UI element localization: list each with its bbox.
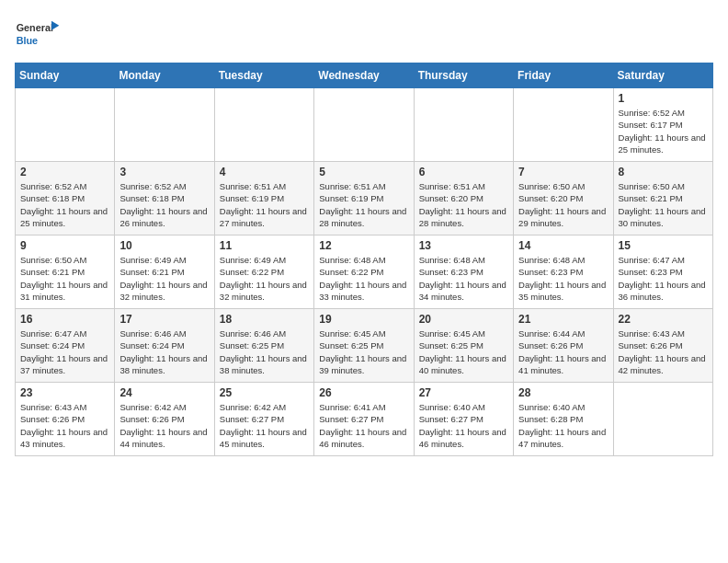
day-cell: 16Sunrise: 6:47 AM Sunset: 6:24 PM Dayli… bbox=[16, 309, 115, 383]
day-number: 20 bbox=[419, 313, 508, 326]
day-number: 27 bbox=[419, 386, 508, 399]
day-info: Sunrise: 6:52 AM Sunset: 6:17 PM Dayligh… bbox=[619, 107, 708, 155]
day-info: Sunrise: 6:48 AM Sunset: 6:22 PM Dayligh… bbox=[319, 254, 408, 303]
day-info: Sunrise: 6:50 AM Sunset: 6:21 PM Dayligh… bbox=[20, 254, 109, 303]
day-number: 19 bbox=[319, 313, 408, 326]
day-info: Sunrise: 6:50 AM Sunset: 6:20 PM Dayligh… bbox=[518, 180, 608, 229]
day-number: 5 bbox=[319, 166, 408, 178]
day-cell: 19Sunrise: 6:45 AM Sunset: 6:25 PM Dayli… bbox=[314, 309, 414, 383]
day-cell bbox=[214, 88, 313, 162]
day-cell: 22Sunrise: 6:43 AM Sunset: 6:26 PM Dayli… bbox=[613, 309, 712, 383]
day-number: 6 bbox=[419, 166, 508, 178]
svg-text:Blue: Blue bbox=[17, 35, 38, 46]
day-info: Sunrise: 6:49 AM Sunset: 6:21 PM Dayligh… bbox=[119, 254, 209, 303]
day-number: 12 bbox=[319, 239, 408, 252]
day-number: 28 bbox=[518, 386, 608, 399]
day-number: 17 bbox=[119, 313, 209, 326]
day-cell: 21Sunrise: 6:44 AM Sunset: 6:26 PM Dayli… bbox=[514, 309, 613, 383]
day-number: 24 bbox=[119, 386, 209, 399]
day-cell: 14Sunrise: 6:48 AM Sunset: 6:23 PM Dayli… bbox=[514, 236, 613, 309]
day-number: 9 bbox=[20, 239, 109, 252]
day-cell: 17Sunrise: 6:46 AM Sunset: 6:24 PM Dayli… bbox=[115, 309, 214, 383]
day-number: 10 bbox=[119, 239, 209, 252]
day-cell: 4Sunrise: 6:51 AM Sunset: 6:19 PM Daylig… bbox=[214, 162, 313, 236]
day-number: 7 bbox=[518, 166, 608, 178]
day-cell: 26Sunrise: 6:41 AM Sunset: 6:27 PM Dayli… bbox=[314, 383, 414, 456]
day-cell: 28Sunrise: 6:40 AM Sunset: 6:28 PM Dayli… bbox=[514, 383, 613, 456]
day-info: Sunrise: 6:41 AM Sunset: 6:27 PM Dayligh… bbox=[319, 401, 408, 450]
weekday-header-saturday: Saturday bbox=[613, 63, 712, 88]
day-number: 25 bbox=[220, 386, 309, 399]
week-row-3: 9Sunrise: 6:50 AM Sunset: 6:21 PM Daylig… bbox=[16, 236, 713, 309]
day-cell: 11Sunrise: 6:49 AM Sunset: 6:22 PM Dayli… bbox=[214, 236, 313, 309]
day-number: 15 bbox=[619, 239, 708, 252]
day-number: 14 bbox=[518, 239, 608, 252]
day-info: Sunrise: 6:46 AM Sunset: 6:24 PM Dayligh… bbox=[119, 327, 209, 376]
week-row-4: 16Sunrise: 6:47 AM Sunset: 6:24 PM Dayli… bbox=[16, 309, 713, 383]
day-cell: 6Sunrise: 6:51 AM Sunset: 6:20 PM Daylig… bbox=[414, 162, 513, 236]
day-info: Sunrise: 6:51 AM Sunset: 6:19 PM Dayligh… bbox=[319, 180, 408, 229]
day-number: 21 bbox=[518, 313, 608, 326]
day-info: Sunrise: 6:51 AM Sunset: 6:20 PM Dayligh… bbox=[419, 180, 508, 229]
week-row-1: 1Sunrise: 6:52 AM Sunset: 6:17 PM Daylig… bbox=[16, 88, 713, 162]
day-info: Sunrise: 6:42 AM Sunset: 6:27 PM Dayligh… bbox=[220, 401, 309, 450]
day-number: 16 bbox=[20, 313, 109, 326]
day-cell: 7Sunrise: 6:50 AM Sunset: 6:20 PM Daylig… bbox=[514, 162, 613, 236]
logo-svg: General Blue bbox=[15, 15, 61, 52]
day-cell bbox=[16, 88, 115, 162]
day-info: Sunrise: 6:52 AM Sunset: 6:18 PM Dayligh… bbox=[119, 180, 209, 229]
day-cell bbox=[314, 88, 414, 162]
day-number: 11 bbox=[220, 239, 309, 252]
day-info: Sunrise: 6:42 AM Sunset: 6:26 PM Dayligh… bbox=[119, 401, 209, 450]
day-cell: 13Sunrise: 6:48 AM Sunset: 6:23 PM Dayli… bbox=[414, 236, 513, 309]
day-info: Sunrise: 6:47 AM Sunset: 6:24 PM Dayligh… bbox=[20, 327, 109, 376]
weekday-header-tuesday: Tuesday bbox=[214, 63, 313, 88]
day-cell: 20Sunrise: 6:45 AM Sunset: 6:25 PM Dayli… bbox=[414, 309, 513, 383]
day-cell: 5Sunrise: 6:51 AM Sunset: 6:19 PM Daylig… bbox=[314, 162, 414, 236]
day-cell: 24Sunrise: 6:42 AM Sunset: 6:26 PM Dayli… bbox=[115, 383, 214, 456]
day-number: 3 bbox=[119, 166, 209, 178]
logo: General Blue bbox=[15, 15, 61, 52]
day-cell bbox=[414, 88, 513, 162]
day-info: Sunrise: 6:45 AM Sunset: 6:25 PM Dayligh… bbox=[319, 327, 408, 376]
day-info: Sunrise: 6:44 AM Sunset: 6:26 PM Dayligh… bbox=[518, 327, 608, 376]
day-info: Sunrise: 6:46 AM Sunset: 6:25 PM Dayligh… bbox=[220, 327, 309, 376]
weekday-header-row: SundayMondayTuesdayWednesdayThursdayFrid… bbox=[16, 63, 713, 88]
day-cell: 12Sunrise: 6:48 AM Sunset: 6:22 PM Dayli… bbox=[314, 236, 414, 309]
day-cell: 1Sunrise: 6:52 AM Sunset: 6:17 PM Daylig… bbox=[613, 88, 712, 162]
day-info: Sunrise: 6:43 AM Sunset: 6:26 PM Dayligh… bbox=[619, 327, 708, 376]
day-number: 2 bbox=[20, 166, 109, 178]
calendar-table: SundayMondayTuesdayWednesdayThursdayFrid… bbox=[15, 63, 713, 456]
day-cell bbox=[115, 88, 214, 162]
day-number: 1 bbox=[619, 92, 708, 105]
day-info: Sunrise: 6:47 AM Sunset: 6:23 PM Dayligh… bbox=[619, 254, 708, 303]
weekday-header-sunday: Sunday bbox=[16, 63, 115, 88]
weekday-header-wednesday: Wednesday bbox=[314, 63, 414, 88]
day-cell: 18Sunrise: 6:46 AM Sunset: 6:25 PM Dayli… bbox=[214, 309, 313, 383]
weekday-header-friday: Friday bbox=[514, 63, 613, 88]
day-number: 22 bbox=[619, 313, 708, 326]
day-info: Sunrise: 6:48 AM Sunset: 6:23 PM Dayligh… bbox=[419, 254, 508, 303]
day-number: 13 bbox=[419, 239, 508, 252]
day-info: Sunrise: 6:45 AM Sunset: 6:25 PM Dayligh… bbox=[419, 327, 508, 376]
day-info: Sunrise: 6:50 AM Sunset: 6:21 PM Dayligh… bbox=[619, 180, 708, 229]
day-cell: 2Sunrise: 6:52 AM Sunset: 6:18 PM Daylig… bbox=[16, 162, 115, 236]
day-cell: 25Sunrise: 6:42 AM Sunset: 6:27 PM Dayli… bbox=[214, 383, 313, 456]
day-info: Sunrise: 6:49 AM Sunset: 6:22 PM Dayligh… bbox=[220, 254, 309, 303]
day-cell: 27Sunrise: 6:40 AM Sunset: 6:27 PM Dayli… bbox=[414, 383, 513, 456]
weekday-header-thursday: Thursday bbox=[414, 63, 513, 88]
day-cell: 15Sunrise: 6:47 AM Sunset: 6:23 PM Dayli… bbox=[613, 236, 712, 309]
day-info: Sunrise: 6:40 AM Sunset: 6:28 PM Dayligh… bbox=[518, 401, 608, 450]
day-info: Sunrise: 6:43 AM Sunset: 6:26 PM Dayligh… bbox=[20, 401, 109, 450]
day-info: Sunrise: 6:51 AM Sunset: 6:19 PM Dayligh… bbox=[220, 180, 309, 229]
day-info: Sunrise: 6:52 AM Sunset: 6:18 PM Dayligh… bbox=[20, 180, 109, 229]
day-number: 18 bbox=[220, 313, 309, 326]
week-row-2: 2Sunrise: 6:52 AM Sunset: 6:18 PM Daylig… bbox=[16, 162, 713, 236]
day-cell: 8Sunrise: 6:50 AM Sunset: 6:21 PM Daylig… bbox=[613, 162, 712, 236]
day-info: Sunrise: 6:40 AM Sunset: 6:27 PM Dayligh… bbox=[419, 401, 508, 450]
day-number: 8 bbox=[619, 166, 708, 178]
day-cell: 3Sunrise: 6:52 AM Sunset: 6:18 PM Daylig… bbox=[115, 162, 214, 236]
day-info: Sunrise: 6:48 AM Sunset: 6:23 PM Dayligh… bbox=[518, 254, 608, 303]
day-cell: 23Sunrise: 6:43 AM Sunset: 6:26 PM Dayli… bbox=[16, 383, 115, 456]
day-number: 23 bbox=[20, 386, 109, 399]
